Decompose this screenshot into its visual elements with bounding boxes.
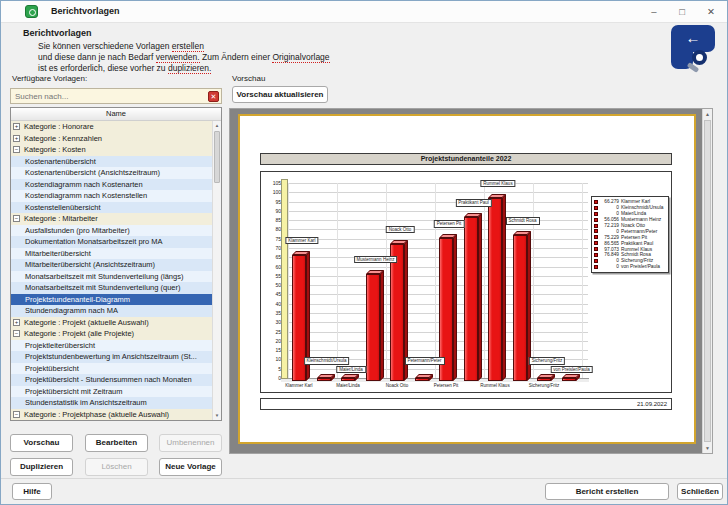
tree-template-row[interactable]: Kostendiagramm nach Kostenstellen	[11, 190, 212, 202]
tree-template-row[interactable]: Projektübersicht	[11, 363, 212, 375]
search-input[interactable]	[11, 89, 207, 103]
scroll-up-icon[interactable]: ▲	[703, 109, 712, 119]
bar[interactable]	[341, 378, 355, 381]
bar[interactable]	[366, 274, 380, 381]
refresh-preview-button[interactable]: Vorschau aktualisieren	[232, 86, 328, 103]
gridline	[582, 183, 583, 378]
gridline	[287, 202, 588, 203]
bar[interactable]	[415, 378, 429, 381]
tree-category-row[interactable]: +Kategorie : Projekt (aktuelle Auswahl)	[11, 317, 212, 329]
preview-viewport[interactable]: Projektstundenanteile 2022 0510152025303…	[229, 108, 713, 454]
tree-template-row[interactable]: Projektleiterübersicht	[11, 340, 212, 352]
tree-category-row[interactable]: −Kategorie : Mitarbeiter	[11, 213, 212, 225]
legend-value: 0	[598, 205, 619, 210]
tree-template-row[interactable]: Projektstundenanteil-Diagramm	[11, 294, 212, 306]
close-button[interactable]: ✕	[698, 2, 724, 22]
magnifier-icon	[692, 50, 707, 65]
scroll-up-icon[interactable]: ▲	[213, 121, 221, 130]
bearbeiten-button[interactable]: Bearbeiten	[85, 434, 148, 452]
neue-vorlage-button[interactable]: Neue Vorlage	[159, 458, 222, 476]
maximize-button[interactable]: □	[669, 2, 695, 22]
tree-template-row[interactable]: Projektübersicht - Stundensummen nach Mo…	[11, 374, 212, 386]
bar[interactable]	[390, 244, 404, 381]
header-description-line: Sie können verschiedene Vorlagen erstell…	[38, 41, 330, 52]
tree-category-row[interactable]: −Kategorie : Projektphase (aktuelle Ausw…	[11, 409, 212, 421]
bar[interactable]	[562, 378, 576, 381]
tree-template-row[interactable]: Monatsarbeitszeit mit Stundenverteilung …	[11, 271, 212, 283]
tree-template-row[interactable]: Kostenartenübersicht (Ansichtszeitraum)	[11, 167, 212, 179]
tree-row-label: Kategorie : Kosten	[24, 144, 86, 156]
tree-template-row[interactable]: Projektübersicht mit Zeitraum	[11, 386, 212, 398]
tree-template-row[interactable]: Stundenstatistik im Ansichtszeitraum	[11, 397, 212, 409]
tree-category-row[interactable]: +Kategorie : Kennzahlen	[11, 133, 212, 145]
tree-category-row[interactable]: +Kategorie : Honorare	[11, 121, 212, 133]
tree-row-label: Projektstundenbewertung im Ansichtszeitr…	[25, 351, 197, 363]
clear-search-icon[interactable]: ✕	[208, 91, 219, 102]
umbenennen-button: Umbenennen	[159, 434, 222, 452]
bericht-erstellen-button[interactable]: Bericht erstellen	[545, 483, 669, 500]
loeschen-button: Löschen	[85, 458, 148, 476]
x-axis-tick-label: Noack Otto	[386, 383, 409, 388]
y-axis-tick-label: 20	[261, 338, 281, 344]
x-axis-tick-label: Maier/Linda	[336, 383, 360, 388]
expand-icon[interactable]: +	[13, 123, 20, 130]
bar-label-callout: Kleinschmidt/Ursula	[304, 357, 350, 365]
y-axis-tick-label: 30	[261, 319, 281, 325]
tree-template-row[interactable]: Kostenartenübersicht	[11, 156, 212, 168]
collapse-icon[interactable]: −	[13, 215, 20, 222]
legend-value: 75.229	[598, 235, 619, 240]
schliessen-button[interactable]: Schließen	[677, 483, 723, 500]
legend-name: Noack Otto	[621, 223, 645, 228]
expand-icon[interactable]: +	[13, 319, 20, 326]
bar[interactable]	[513, 235, 527, 381]
tree-row-label: Monatsarbeitszeit mit Stundenverteilung …	[25, 282, 181, 294]
scroll-down-icon[interactable]: ▼	[213, 411, 221, 420]
tree-template-row[interactable]: Mitarbeiterübersicht (Ansichtszeitraum)	[11, 259, 212, 271]
tree-template-row[interactable]: Mitarbeiterübersicht	[11, 248, 212, 260]
tree-row-label: Kostenstellenübersicht	[25, 202, 100, 214]
tree-template-row[interactable]: Monatsarbeitszeit mit Stundenverteilung …	[11, 282, 212, 294]
tree-template-row[interactable]: Dokumentation Monatsarbeitszeit pro MA	[11, 236, 212, 248]
description-text: Sie können verschiedene Vorlagen	[38, 41, 172, 51]
name-column-header[interactable]: Name	[11, 108, 221, 121]
tree-category-row[interactable]: −Kategorie : Projekt (alle Projekte)	[11, 328, 212, 340]
legend-value: 0	[598, 264, 619, 269]
vorschau-button[interactable]: Vorschau	[10, 434, 73, 452]
spellcheck-underlined-word: verwenden.	[156, 52, 200, 63]
tree-row-label: Projektstundenanteil-Diagramm	[25, 294, 130, 306]
preview-scrollbar[interactable]: ▲ ▼	[702, 109, 712, 453]
collapse-icon[interactable]: −	[13, 146, 20, 153]
bar[interactable]	[537, 378, 551, 381]
bar-label-callout: Sicherung/Fritz	[529, 357, 565, 365]
tree-scrollbar[interactable]: ▲ ▼	[212, 121, 221, 420]
bar-label-callout: Petermann/Peter	[404, 357, 444, 365]
hilfe-button[interactable]: Hilfe	[12, 483, 52, 500]
gridline	[287, 341, 588, 342]
y-axis-tick-label: 5	[261, 366, 281, 372]
tree-row-label: Kategorie : Kennzahlen	[24, 133, 102, 145]
tree-template-row[interactable]: Projektstundenbewertung im Ansichtszeitr…	[11, 351, 212, 363]
tree-category-row[interactable]: −Kategorie : Kosten	[11, 144, 212, 156]
scrollbar-thumb[interactable]	[704, 120, 711, 442]
tree-template-row[interactable]: Kostenstellenübersicht	[11, 202, 212, 214]
x-axis-tick-label: Klammer Karl	[285, 383, 312, 388]
tree-template-row[interactable]: Stundendiagramm nach MA	[11, 305, 212, 317]
bar[interactable]	[317, 378, 331, 381]
collapse-icon[interactable]: −	[13, 411, 20, 418]
minimize-button[interactable]: –	[641, 2, 667, 22]
y-axis-tick-label: 40	[261, 301, 281, 307]
tree-row-label: Kategorie : Projektphase (aktuelle Auswa…	[24, 409, 169, 421]
tree-template-row[interactable]: Ausfallstunden (pro Mitarbeiter)	[11, 225, 212, 237]
scroll-down-icon[interactable]: ▼	[703, 443, 712, 453]
duplizieren-button[interactable]: Duplizieren	[10, 458, 73, 476]
y-axis-tick-label: 70	[261, 245, 281, 251]
collapse-icon[interactable]: −	[13, 330, 20, 337]
titlebar[interactable]: Berichtvorlagen – □ ✕	[1, 1, 727, 23]
bar[interactable]	[488, 198, 502, 381]
y-axis-tick-label: 35	[261, 310, 281, 316]
tree-template-row[interactable]: Kostendiagramm nach Kostenarten	[11, 179, 212, 191]
chart-legend: 66.279Klammer Karl0Kleinschmidt/Ursula0M…	[591, 196, 669, 273]
scrollbar-thumb[interactable]	[214, 131, 220, 183]
expand-icon[interactable]: +	[13, 135, 20, 142]
bar[interactable]	[464, 217, 478, 381]
